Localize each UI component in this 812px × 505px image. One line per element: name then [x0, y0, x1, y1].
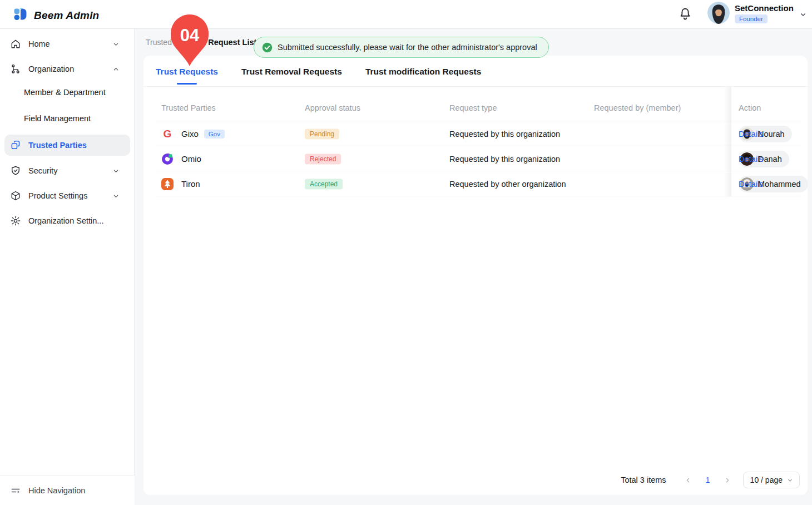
sidebar-label-product-settings: Product Settings	[28, 191, 87, 200]
tab-trust-modification-requests[interactable]: Trust modification Requests	[365, 63, 481, 86]
details-link[interactable]: Details	[739, 130, 763, 138]
status-cell: Accepted	[305, 179, 343, 189]
request-type-cell: Requested by this organization	[449, 155, 560, 164]
top-header: Beem Admin SetConnection Founder	[0, 0, 812, 29]
breadcrumb-page: Request List	[208, 38, 256, 47]
content-card: Trust Requests Trust Removal Requests Tr…	[143, 56, 808, 495]
pagination-total: Total 3 items	[621, 476, 666, 484]
sidebar-label-organization: Organization	[28, 65, 74, 73]
page-size-select[interactable]: 10 / page	[743, 472, 800, 488]
org-name: SetConnection	[735, 3, 794, 13]
status-badge: Pending	[305, 128, 339, 139]
notification-bell-icon[interactable]	[678, 6, 692, 22]
request-type-cell: Requested by other organization	[449, 180, 566, 189]
gov-badge: Gov	[204, 130, 225, 138]
party-cell: Tiron	[161, 178, 200, 190]
sidebar-item-security[interactable]: Security	[4, 160, 130, 181]
sidebar-item-field-management[interactable]: Field Management	[24, 114, 91, 123]
sidebar-nav: Home Organization Member & Department Fi…	[0, 29, 135, 505]
column-header-requested-by: Requested by (member)	[594, 103, 681, 112]
chevron-down-icon	[799, 10, 808, 21]
sidebar-item-product-settings[interactable]: Product Settings	[4, 185, 130, 206]
sidebar-item-home[interactable]: Home	[4, 33, 130, 55]
sidebar-label-trusted-parties: Trusted Parties	[28, 141, 87, 150]
app-logo: Beem Admin	[13, 7, 99, 23]
success-check-icon	[262, 42, 273, 53]
app-title: Beem Admin	[34, 9, 99, 22]
party-name: Omio	[181, 154, 201, 164]
table-row: Tiron Accepted Requested by other organi…	[143, 171, 808, 196]
sidebar-label-security: Security	[28, 166, 57, 175]
status-cell: Rejected	[305, 154, 341, 164]
gear-icon	[10, 215, 21, 226]
step-marker-pin: 04	[169, 14, 211, 67]
trusted-parties-icon	[10, 140, 21, 151]
member-name: Mohammed	[758, 180, 801, 189]
party-name: Tiron	[181, 179, 200, 189]
next-page-icon[interactable]	[720, 472, 735, 488]
column-header-action: Action	[739, 103, 761, 112]
hide-navigation-label: Hide Navigation	[28, 486, 85, 495]
details-link[interactable]: Details	[739, 180, 763, 189]
cube-icon	[10, 190, 21, 201]
tabbar-divider	[143, 86, 808, 87]
prev-page-icon[interactable]	[681, 472, 696, 488]
party-cell: Omio	[161, 153, 201, 165]
step-marker-number: 04	[180, 26, 200, 45]
chevron-down-icon	[112, 40, 120, 51]
column-header-request-type: Request type	[449, 103, 497, 112]
page: Beem Admin SetConnection Founder	[0, 0, 812, 505]
organization-icon	[10, 63, 21, 75]
column-header-approval-status: Approval status	[305, 103, 360, 112]
gixo-logo-icon: G	[161, 128, 174, 140]
org-identity: SetConnection Founder	[735, 2, 794, 23]
sidebar-label-organization-settings: Organization Settin...	[28, 216, 103, 225]
column-header-trusted-parties: Trusted Parties	[161, 103, 216, 112]
toast-message: Submitted successfully, please wait for …	[278, 43, 537, 52]
sidebar-item-trusted-parties[interactable]: Trusted Parties	[4, 135, 130, 156]
chevron-up-icon	[112, 65, 120, 76]
page-size-value: 10 / page	[750, 476, 783, 484]
party-cell: G Gixo Gov	[161, 128, 225, 140]
omio-logo-icon	[161, 153, 174, 165]
tiron-logo-icon	[161, 178, 174, 190]
sidebar-item-member-department[interactable]: Member & Department	[24, 88, 106, 97]
status-badge: Accepted	[305, 179, 343, 189]
page-number-1[interactable]: 1	[700, 472, 716, 488]
sidebar-item-organization[interactable]: Organization	[4, 58, 130, 80]
chevron-down-icon	[112, 192, 120, 202]
pagination: Total 3 items 1 10 / page	[621, 472, 800, 488]
status-cell: Pending	[305, 128, 339, 139]
status-badge: Rejected	[305, 154, 341, 164]
shield-check-icon	[10, 165, 21, 176]
sidebar-item-organization-settings[interactable]: Organization Settin...	[4, 210, 130, 231]
active-tab-indicator	[177, 83, 197, 85]
home-icon	[10, 38, 21, 49]
sidebar-label-home: Home	[28, 39, 50, 48]
tab-trust-removal-requests[interactable]: Trust Removal Requests	[241, 63, 342, 86]
role-badge: Founder	[735, 14, 768, 23]
beem-logo-icon	[13, 7, 27, 23]
row-divider	[156, 196, 801, 196]
org-avatar	[707, 2, 730, 24]
table-row: Omio Rejected Requested by this organiza…	[143, 146, 808, 171]
table-row: G Gixo Gov Pending Requested by this org…	[143, 121, 808, 146]
account-menu[interactable]: SetConnection Founder	[707, 2, 808, 24]
fixed-column-shadow	[724, 87, 731, 196]
request-type-cell: Requested by this organization	[449, 130, 560, 138]
chevron-down-icon	[112, 167, 120, 177]
party-name: Gixo	[181, 129, 199, 138]
hide-navigation-button[interactable]: Hide Navigation	[0, 475, 135, 505]
details-link[interactable]: Details	[739, 155, 763, 164]
success-toast: Submitted successfully, please wait for …	[254, 37, 549, 58]
collapse-sidebar-icon	[10, 485, 21, 496]
